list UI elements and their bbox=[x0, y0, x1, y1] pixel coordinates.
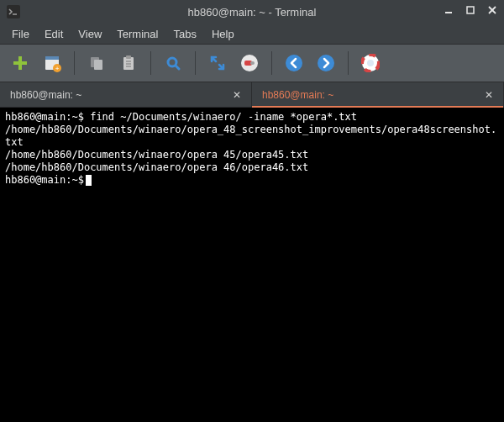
menu-tabs[interactable]: Tabs bbox=[166, 26, 202, 42]
prev-tab-button[interactable] bbox=[282, 51, 306, 75]
copy-button[interactable] bbox=[85, 51, 108, 75]
tab-label: hb860@main: ~ bbox=[10, 89, 81, 101]
prompt: hb860@main:~$ bbox=[5, 111, 84, 123]
tabstrip: hb860@main: ~ ✕ hb860@main: ~ ✕ bbox=[0, 82, 504, 108]
svg-point-28 bbox=[367, 60, 374, 66]
terminal-app-icon bbox=[7, 5, 20, 21]
new-tab-button[interactable] bbox=[8, 51, 32, 75]
forward-icon bbox=[317, 54, 335, 72]
paste-icon bbox=[120, 55, 137, 71]
fullscreen-button[interactable] bbox=[206, 51, 229, 75]
preferences-icon bbox=[240, 54, 259, 72]
next-tab-button[interactable] bbox=[314, 51, 338, 75]
svg-rect-0 bbox=[7, 5, 20, 18]
menu-file[interactable]: File bbox=[5, 26, 36, 42]
preferences-button[interactable] bbox=[238, 51, 261, 75]
svg-text:+: + bbox=[55, 65, 60, 72]
toolbar-separator bbox=[195, 51, 196, 75]
svg-rect-13 bbox=[94, 60, 102, 70]
tab-1[interactable]: hb860@main: ~ ✕ bbox=[252, 82, 504, 107]
search-icon bbox=[165, 55, 181, 71]
new-window-button[interactable]: + bbox=[40, 51, 64, 75]
plus-icon bbox=[11, 54, 29, 72]
new-window-icon: + bbox=[43, 54, 61, 72]
toolbar-separator bbox=[150, 51, 151, 75]
paste-button[interactable] bbox=[117, 51, 140, 75]
menubar: File Edit View Terminal Tabs Help bbox=[0, 24, 504, 44]
output-line: /home/hb860/Documents/winaero/opera 46/o… bbox=[5, 161, 499, 174]
toolbar-separator bbox=[348, 51, 349, 75]
minimize-button[interactable] bbox=[442, 3, 455, 17]
menu-view[interactable]: View bbox=[71, 26, 108, 42]
lifebuoy-icon bbox=[361, 54, 380, 72]
svg-rect-9 bbox=[45, 56, 59, 60]
back-icon bbox=[285, 54, 303, 72]
terminal-viewport[interactable]: hb860@main:~$ find ~/Documents/winaero/ … bbox=[0, 108, 504, 422]
maximize-button[interactable] bbox=[464, 3, 477, 17]
help-button[interactable] bbox=[359, 51, 382, 75]
window-title: hb860@main: ~ - Terminal bbox=[188, 6, 317, 18]
command-text: find ~/Documents/winaero/ -iname *opera*… bbox=[90, 111, 357, 123]
titlebar: hb860@main: ~ - Terminal bbox=[0, 0, 504, 24]
copy-icon bbox=[88, 55, 105, 71]
cursor bbox=[86, 175, 92, 186]
menu-terminal[interactable]: Terminal bbox=[110, 26, 165, 42]
toolbar: + bbox=[0, 44, 504, 82]
tab-close-button[interactable]: ✕ bbox=[233, 89, 241, 101]
svg-rect-23 bbox=[250, 61, 255, 65]
prompt: hb860@main:~$ bbox=[5, 174, 84, 186]
window-controls bbox=[442, 3, 499, 17]
svg-rect-7 bbox=[13, 61, 27, 65]
svg-rect-15 bbox=[126, 55, 131, 59]
menu-help[interactable]: Help bbox=[205, 26, 241, 42]
tab-close-button[interactable]: ✕ bbox=[485, 89, 493, 101]
tab-label: hb860@main: ~ bbox=[262, 89, 333, 101]
close-button[interactable] bbox=[486, 3, 499, 17]
svg-line-20 bbox=[176, 66, 179, 69]
toolbar-separator bbox=[271, 51, 272, 75]
output-line: /home/hb860/Documents/winaero/opera 45/o… bbox=[5, 149, 499, 161]
toolbar-separator bbox=[74, 51, 75, 75]
tab-0[interactable]: hb860@main: ~ ✕ bbox=[0, 82, 252, 107]
menu-edit[interactable]: Edit bbox=[38, 26, 70, 42]
output-line: /home/hb860/Documents/winaero/opera_48_s… bbox=[5, 124, 499, 149]
svg-point-25 bbox=[318, 55, 334, 71]
svg-point-24 bbox=[286, 55, 302, 71]
fullscreen-icon bbox=[209, 55, 226, 71]
search-button[interactable] bbox=[161, 51, 185, 75]
svg-rect-3 bbox=[467, 7, 474, 13]
